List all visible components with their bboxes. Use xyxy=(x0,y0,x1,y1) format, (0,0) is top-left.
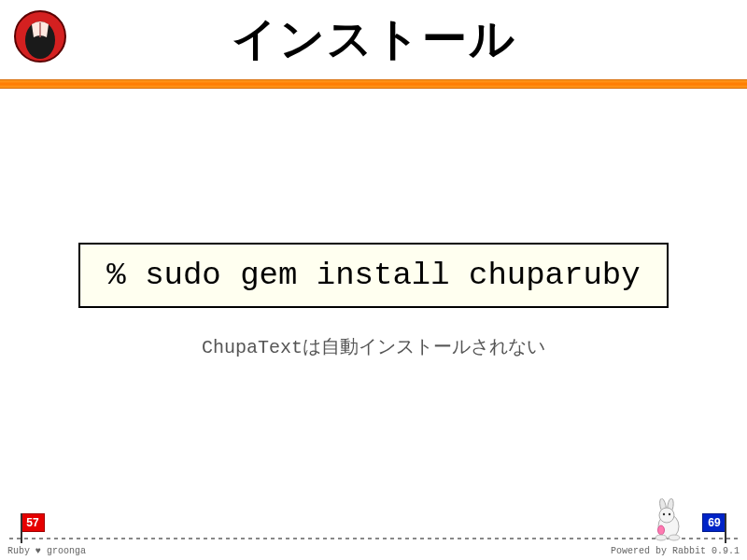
current-slide-number: 57 xyxy=(21,513,45,532)
svg-point-7 xyxy=(663,513,665,515)
footer-right-text: Powered by Rabbit 0.9.1 xyxy=(611,546,740,556)
flag-pole-icon xyxy=(21,513,22,543)
horizontal-divider xyxy=(0,79,747,89)
svg-point-11 xyxy=(655,535,667,540)
svg-point-8 xyxy=(669,513,670,515)
groonga-logo-icon xyxy=(13,9,67,63)
slide-content: % sudo gem install chuparuby ChupaTextは自… xyxy=(0,243,747,359)
slide-header: インストール xyxy=(0,0,747,79)
progress-total-flag: 69 xyxy=(702,513,726,538)
progress-current-flag: 57 xyxy=(21,513,45,538)
footer-left-text: Ruby ♥ groonga xyxy=(7,546,86,556)
install-note: ChupaTextは自動インストールされない xyxy=(0,334,747,359)
flag-pole-icon xyxy=(725,513,726,543)
slide-footer: 57 69 Ruby ♥ groonga Powered by Rabbit 0… xyxy=(0,495,747,560)
install-command: % sudo gem install chuparuby xyxy=(78,243,668,308)
total-slide-number: 69 xyxy=(702,513,726,532)
rabbit-icon xyxy=(646,498,691,543)
svg-point-10 xyxy=(669,535,680,540)
svg-point-6 xyxy=(659,508,674,523)
progress-track xyxy=(9,538,738,539)
slide-title: インストール xyxy=(0,0,747,69)
svg-point-9 xyxy=(658,525,665,535)
